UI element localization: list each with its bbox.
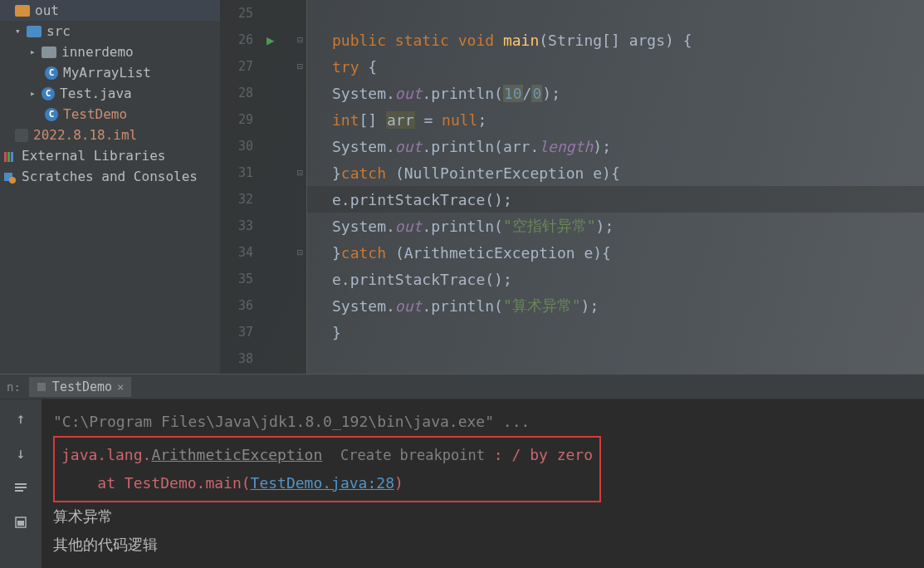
stacktrace-file-link[interactable]: TestDemo.java:28 [251, 474, 394, 492]
project-tree: out ▾ src ▸ innerdemo C MyArrayList ▸ C … [0, 0, 220, 374]
scroll-down-button[interactable]: ↓ [11, 443, 31, 463]
tree-item-innerdemo[interactable]: ▸ innerdemo [0, 42, 220, 62]
line-number: 26 [228, 32, 253, 47]
line-number: 29 [228, 112, 253, 127]
console-stacktrace-line: at TestDemo.main(TestDemo.java:28) [61, 469, 593, 497]
code-line[interactable]: e.printStackTrace(); [307, 186, 924, 213]
tree-label: src [46, 23, 71, 39]
line-number: 35 [228, 272, 253, 286]
tree-item-myarraylist[interactable]: C MyArrayList [0, 62, 220, 83]
code-line[interactable]: System.out.println("空指针异常"); [307, 213, 924, 239]
code-line[interactable]: e.printStackTrace(); [307, 266, 924, 292]
tree-item-iml[interactable]: 2022.8.18.iml [0, 125, 220, 145]
tree-label: External Libraries [22, 148, 165, 164]
code-editor[interactable]: 25 26▶⊟ 27⊟ 28 29 30 31⊟ 32 33 34⊟ 35 36… [220, 0, 924, 374]
run-label-prefix: n: [7, 380, 21, 394]
tree-label: innerdemo [61, 44, 134, 60]
svg-rect-5 [37, 383, 46, 391]
line-number: 30 [228, 139, 253, 154]
svg-rect-7 [15, 487, 27, 488]
line-number: 36 [228, 298, 253, 313]
svg-rect-2 [11, 152, 13, 162]
line-number: 25 [228, 6, 253, 21]
line-number: 27 [228, 59, 253, 74]
iml-icon [15, 129, 28, 142]
print-button[interactable] [11, 512, 31, 532]
tree-item-external-libraries[interactable]: External Libraries [0, 145, 220, 166]
line-number: 38 [228, 351, 253, 366]
tree-label: Scratches and Consoles [22, 169, 198, 184]
fold-icon[interactable]: ⊟ [297, 247, 303, 258]
svg-rect-10 [17, 521, 24, 526]
tree-label: 2022.8.18.iml [33, 127, 137, 143]
tree-item-out[interactable]: out [0, 0, 220, 21]
chevron-down-icon[interactable]: ▾ [15, 26, 27, 37]
create-breakpoint-hint[interactable]: Create breakpoint [340, 447, 485, 463]
exception-highlight-box: java.lang.ArithmeticException Create bre… [53, 436, 601, 502]
console-toolbar: ↑ ↓ [0, 399, 42, 568]
line-number: 34 [228, 245, 253, 260]
chevron-right-icon[interactable]: ▸ [30, 47, 42, 57]
console-cmd-line: "C:\Program Files\Java\jdk1.8.0_192\bin\… [53, 408, 912, 436]
code-line[interactable]: }catch (NullPointerException e){ [307, 159, 924, 186]
run-gutter-icon[interactable]: ▶ [266, 32, 275, 48]
code-line[interactable]: System.out.println(arr.length); [307, 133, 924, 159]
run-tab-testdemo[interactable]: TestDemo × [29, 377, 131, 397]
code-area[interactable]: public static void main(String[] args) {… [307, 0, 924, 374]
folder-icon [27, 26, 42, 37]
code-line[interactable] [307, 0, 924, 27]
line-number: 37 [228, 325, 253, 340]
code-line[interactable]: int[] arr = null; [307, 106, 924, 133]
svg-point-4 [9, 177, 16, 184]
run-tab-label: TestDemo [52, 379, 112, 394]
run-panel: n: TestDemo × ↑ ↓ "C:\Program Files\Java… [0, 374, 924, 568]
line-number: 31 [228, 165, 253, 180]
class-icon: C [45, 108, 58, 121]
tree-label: Test.java [60, 86, 132, 101]
class-icon: C [45, 66, 58, 80]
folder-icon [15, 5, 30, 17]
tree-item-test-java[interactable]: ▸ C Test.java [0, 83, 220, 104]
code-line[interactable]: }catch (ArithmeticException e){ [307, 239, 924, 266]
exception-link[interactable]: ArithmeticException [151, 446, 322, 463]
console-output-line: 算术异常 [53, 502, 912, 531]
chevron-right-icon[interactable]: ▸ [30, 88, 42, 99]
fold-icon[interactable]: ⊟ [297, 61, 303, 72]
code-line[interactable]: } [307, 319, 924, 345]
line-number: 32 [228, 192, 253, 207]
class-icon: C [42, 87, 55, 100]
tree-label: TestDemo [63, 106, 127, 122]
fold-icon[interactable]: ⊟ [297, 34, 303, 46]
code-line[interactable] [307, 345, 924, 372]
tree-label: out [35, 2, 59, 18]
svg-rect-1 [7, 152, 10, 162]
fold-icon[interactable]: ⊟ [297, 167, 303, 179]
close-icon[interactable]: × [117, 380, 124, 394]
console-output-line: 其他的代码逻辑 [53, 531, 912, 559]
folder-icon [42, 47, 56, 58]
code-line[interactable]: System.out.println(10/0); [307, 80, 924, 106]
soft-wrap-button[interactable] [11, 477, 31, 497]
line-number: 28 [228, 86, 253, 100]
svg-rect-8 [15, 490, 23, 492]
run-tab-bar: n: TestDemo × [0, 375, 924, 399]
console-output[interactable]: "C:\Program Files\Java\jdk1.8.0_192\bin\… [42, 399, 924, 568]
svg-rect-6 [15, 483, 27, 485]
code-line[interactable]: public static void main(String[] args) { [307, 27, 924, 53]
console-exception-line: java.lang.ArithmeticException Create bre… [61, 441, 593, 469]
scroll-up-button[interactable]: ↑ [11, 408, 31, 428]
library-icon [3, 150, 17, 162]
editor-gutter: 25 26▶⊟ 27⊟ 28 29 30 31⊟ 32 33 34⊟ 35 36… [220, 0, 307, 374]
tree-item-scratches[interactable]: Scratches and Consoles [0, 166, 220, 187]
tree-label: MyArrayList [63, 65, 151, 81]
tree-item-testdemo[interactable]: C TestDemo [0, 104, 220, 125]
scratch-icon [3, 171, 17, 183]
svg-rect-0 [4, 152, 7, 162]
run-tab-icon [36, 381, 47, 393]
line-number: 33 [228, 218, 253, 233]
code-line[interactable]: try { [307, 53, 924, 80]
code-line[interactable]: System.out.println("算术异常"); [307, 292, 924, 319]
tree-item-src[interactable]: ▾ src [0, 21, 220, 42]
